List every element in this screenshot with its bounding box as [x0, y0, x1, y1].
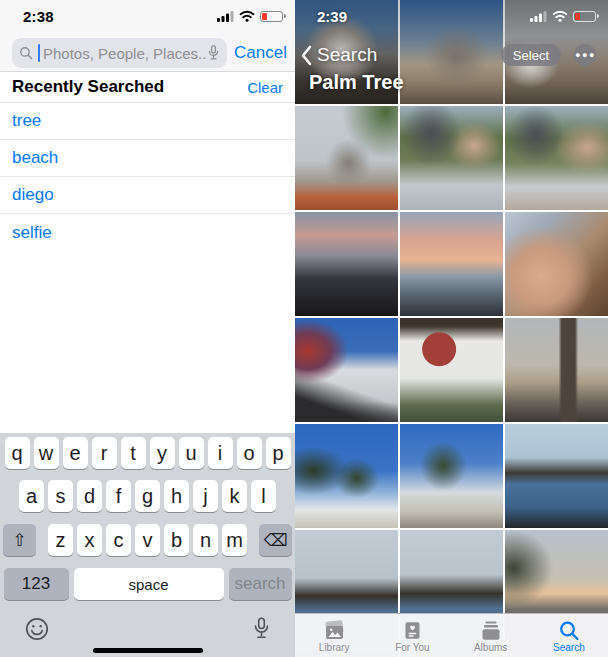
photo-thumbnail[interactable] — [295, 212, 398, 316]
photo-thumbnail[interactable] — [295, 106, 398, 210]
albums-icon — [479, 620, 503, 641]
photo-thumbnail[interactable] — [505, 212, 608, 316]
key-o[interactable]: o — [237, 437, 262, 469]
back-label: Search — [317, 44, 377, 66]
tab-label: Search — [553, 642, 585, 653]
search-header: 2:38 — [0, 0, 295, 72]
photo-thumbnail[interactable] — [295, 424, 398, 528]
emoji-keyboard-icon[interactable] — [24, 616, 50, 642]
key-d[interactable]: d — [77, 480, 102, 512]
tab-label: For You — [395, 642, 429, 653]
screen-search-entry: 2:38 — [0, 0, 295, 657]
key-e[interactable]: e — [63, 437, 88, 469]
photos-app-composite: 2:38 — [0, 0, 608, 657]
key-p[interactable]: p — [266, 437, 291, 469]
key-m[interactable]: m — [222, 524, 247, 556]
recently-searched-header: Recently Searched Clear — [0, 72, 295, 103]
key-q[interactable]: q — [5, 437, 30, 469]
key-h[interactable]: h — [164, 480, 189, 512]
search-placeholder: Photos, People, Places... — [43, 45, 207, 62]
keyboard-row-3: z x c v b n m — [0, 524, 295, 556]
search-return-key[interactable]: search — [229, 568, 292, 600]
for-you-icon — [402, 620, 423, 641]
keyboard-row-2: a s d f g h j k l — [0, 480, 295, 512]
keyboard: q w e r t y u i o p a s d f g h j k l — [0, 433, 295, 657]
tab-bar: Library For You Albums — [295, 613, 608, 657]
key-x[interactable]: x — [77, 524, 102, 556]
key-l[interactable]: l — [251, 480, 276, 512]
status-icons — [217, 10, 283, 22]
battery-icon — [573, 11, 596, 22]
key-r[interactable]: r — [92, 437, 117, 469]
space-key[interactable]: space — [74, 568, 224, 600]
tab-for-you[interactable]: For You — [373, 614, 451, 657]
search-tab-icon — [558, 620, 580, 641]
keyboard-row-1: q w e r t y u i o p — [0, 437, 295, 469]
select-button[interactable]: Select — [501, 44, 561, 66]
search-input[interactable]: Photos, People, Places... — [12, 38, 227, 68]
tab-label: Albums — [474, 642, 507, 653]
photo-thumbnail[interactable] — [505, 106, 608, 210]
key-t[interactable]: t — [121, 437, 146, 469]
tab-search[interactable]: Search — [530, 614, 608, 657]
photo-thumbnail[interactable] — [400, 212, 503, 316]
tab-albums[interactable]: Albums — [452, 614, 530, 657]
status-time: 2:38 — [23, 8, 54, 25]
recent-search-tree[interactable]: tree — [0, 103, 295, 140]
dictation-mic-icon[interactable] — [252, 615, 271, 642]
backspace-key[interactable]: ⌫ — [259, 524, 292, 556]
search-icon — [19, 46, 33, 60]
wifi-icon — [552, 10, 568, 22]
numbers-key[interactable]: 123 — [4, 568, 69, 600]
key-i[interactable]: i — [208, 437, 233, 469]
photo-thumbnail[interactable] — [505, 424, 608, 528]
key-c[interactable]: c — [106, 524, 131, 556]
cancel-button[interactable]: Cancel — [234, 43, 287, 63]
key-f[interactable]: f — [106, 480, 131, 512]
home-indicator[interactable] — [93, 648, 203, 653]
key-n[interactable]: n — [193, 524, 218, 556]
key-g[interactable]: g — [135, 480, 160, 512]
back-button[interactable]: Search — [300, 44, 377, 66]
photo-thumbnail[interactable] — [400, 318, 503, 422]
recent-search-diego[interactable]: diego — [0, 177, 295, 214]
cellular-signal-icon — [217, 11, 234, 22]
key-y[interactable]: y — [150, 437, 175, 469]
tab-library[interactable]: Library — [295, 614, 373, 657]
photo-thumbnail[interactable] — [400, 424, 503, 528]
key-u[interactable]: u — [179, 437, 204, 469]
photo-thumbnail[interactable] — [505, 318, 608, 422]
photo-thumbnail[interactable] — [400, 106, 503, 210]
key-v[interactable]: v — [135, 524, 160, 556]
screen-search-results: 2:39 Search — [295, 0, 608, 657]
wifi-icon — [239, 10, 255, 22]
clear-button[interactable]: Clear — [247, 79, 283, 96]
ellipsis-icon: ●●● — [575, 50, 596, 60]
text-cursor — [38, 44, 40, 62]
results-header: 2:39 Search — [295, 0, 608, 112]
mic-icon[interactable] — [207, 44, 220, 62]
recent-search-selfie[interactable]: selfie — [0, 214, 295, 251]
key-k[interactable]: k — [222, 480, 247, 512]
tab-label: Library — [319, 642, 350, 653]
status-icons — [530, 10, 596, 22]
key-s[interactable]: s — [48, 480, 73, 512]
key-j[interactable]: j — [193, 480, 218, 512]
key-z[interactable]: z — [48, 524, 73, 556]
page-title: Palm Tree — [309, 71, 404, 94]
recent-search-beach[interactable]: beach — [0, 140, 295, 177]
key-w[interactable]: w — [34, 437, 59, 469]
library-icon — [322, 620, 347, 641]
key-b[interactable]: b — [164, 524, 189, 556]
chevron-left-icon — [300, 45, 312, 66]
keyboard-row-4: 123 space search — [0, 568, 295, 600]
battery-icon — [260, 11, 283, 22]
status-time: 2:39 — [317, 8, 347, 25]
more-options-button[interactable]: ●●● — [574, 44, 596, 66]
photo-thumbnail[interactable] — [295, 318, 398, 422]
cellular-signal-icon — [530, 11, 547, 22]
section-title: Recently Searched — [12, 77, 164, 97]
key-a[interactable]: a — [19, 480, 44, 512]
